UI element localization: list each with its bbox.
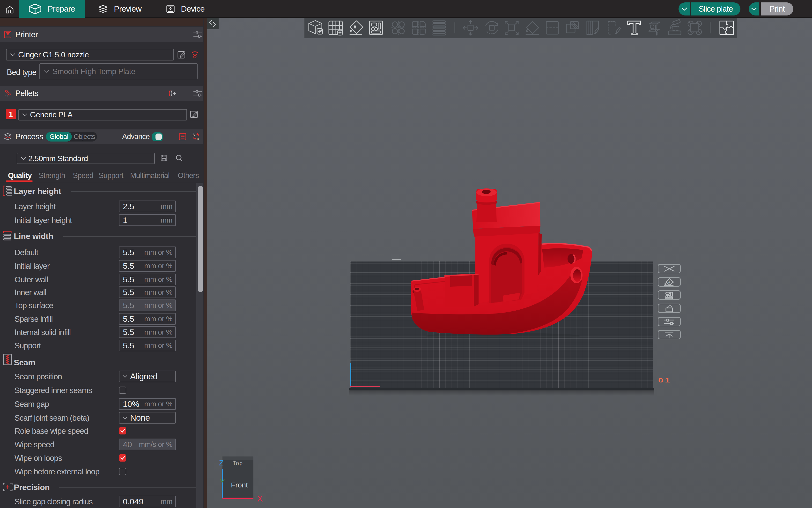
svg-text:A: A — [193, 133, 195, 136]
svg-text:B: B — [197, 137, 199, 140]
